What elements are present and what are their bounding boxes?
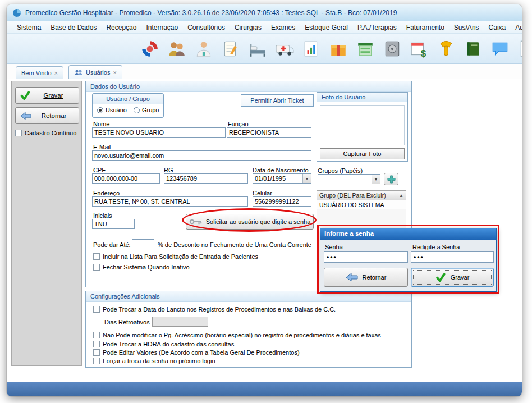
menu-item-internacao[interactable]: Internação (146, 24, 178, 31)
menubar: Sistema Base de Dados Recepção Internaçã… (7, 21, 522, 34)
toolbar-phone-button[interactable] (435, 38, 457, 60)
toolbar-supplies-button[interactable] (328, 38, 349, 60)
menu-item-pa-terapias[interactable]: P.A./Terapias (357, 24, 397, 31)
incluir-lista-row: Incluir na Lista Para Solicitação de Ent… (93, 253, 258, 260)
menu-item-exames[interactable]: Exames (271, 24, 295, 31)
endereco-input[interactable] (92, 196, 248, 207)
toolbar-users-button[interactable] (166, 38, 187, 60)
nao-pode-modificar-row: Não Pode modificar o Pg. Acréscimo (horá… (93, 332, 381, 338)
celular-label: Celular (253, 190, 272, 196)
menu-item-recepcao[interactable]: Recepção (106, 24, 136, 31)
cpf-input[interactable] (92, 173, 160, 184)
redigite-senha-label: Redigite a Senha (412, 244, 460, 250)
chevron-down-icon[interactable]: ▼ (372, 175, 380, 184)
add-group-button[interactable] (384, 173, 398, 185)
menu-item-caixa[interactable]: Caixa (489, 24, 506, 31)
retornar-dialog-label: Retornar (363, 274, 387, 281)
tab-bem-vindo[interactable]: Bem Vindo × (16, 66, 63, 79)
nome-input[interactable] (92, 127, 226, 138)
menu-item-administracao[interactable]: Administração (515, 24, 522, 31)
menu-item-estoque-geral[interactable]: Estoque Geral (305, 24, 348, 31)
menu-item-consultorios[interactable]: Consultórios (187, 24, 225, 31)
incluir-lista-checkbox[interactable] (93, 253, 100, 260)
radio-grupo[interactable]: Grupo (134, 107, 159, 113)
redigite-senha-input[interactable] (411, 251, 494, 263)
email-input[interactable] (92, 150, 311, 161)
cadastro-continuo-row: Cadastro Contínuo (15, 130, 76, 136)
funcao-input[interactable] (227, 127, 311, 138)
fechar-sistema-label: Fechar Sistema Quando Inativo (103, 264, 190, 271)
radio-grupo-control[interactable] (134, 107, 140, 113)
nascimento-combo[interactable]: 01/01/1995 ▼ (253, 173, 311, 184)
capturar-foto-label: Capturar Foto (343, 150, 382, 157)
menu-item-faturamento[interactable]: Faturamento (406, 24, 444, 31)
foto-usuario-groupbox: Foto do Usuário Capturar Foto (317, 92, 408, 162)
forcar-troca-senha-checkbox[interactable] (93, 358, 100, 364)
menu-item-sistema[interactable]: Sistema (17, 24, 41, 31)
toolbar-bed-button[interactable] (247, 38, 268, 60)
doctor-icon (194, 39, 213, 58)
rg-input[interactable] (164, 173, 248, 184)
finance-icon: $ (410, 39, 429, 58)
radio-usuario-control[interactable] (97, 107, 103, 113)
menu-item-base-de-dados[interactable]: Base de Dados (51, 24, 97, 31)
endereco-label: Endereço (93, 190, 120, 196)
celular-input[interactable] (253, 196, 311, 207)
trocar-data-checkbox[interactable] (93, 306, 100, 313)
gravar-dialog-button[interactable]: Gravar (411, 268, 494, 287)
toolbar-refresh-button[interactable] (139, 38, 160, 60)
toolbar-market-button[interactable] (355, 38, 376, 60)
grupos-papeis-value (318, 175, 372, 184)
radio-usuario-label: Usuário (106, 107, 127, 113)
incluir-lista-label: Incluir na Lista Para Solicitação de Ent… (103, 253, 258, 260)
grupo-list-header[interactable]: Grupo (DEL Para Excluir) ▲ (317, 190, 406, 200)
grupo-list-item[interactable]: USUÁRIO DO SISTEMA (317, 200, 406, 209)
gravar-sidebar-button[interactable]: Gravar (15, 87, 79, 104)
toolbar-safe-button[interactable] (382, 38, 403, 60)
chat-icon (490, 39, 510, 58)
sidebar: Gravar Retornar Cadastro Contínuo (11, 81, 82, 366)
desconto-input[interactable] (132, 239, 154, 249)
email-label: E-Mail (93, 144, 111, 150)
grupos-papeis-combo[interactable]: ▼ (318, 174, 380, 184)
trocar-data-label: Pode Trocar a Data do Lancto nos Registr… (103, 306, 336, 313)
toolbar-ambulance-button[interactable] (274, 38, 295, 60)
toolbar-book-button[interactable] (462, 38, 484, 60)
sort-asc-icon: ▲ (399, 193, 403, 198)
retornar-dialog-button[interactable]: Retornar (324, 268, 408, 287)
fechar-sistema-checkbox[interactable] (93, 264, 100, 271)
config-adicionais-title: Configurações Adicionais (86, 291, 411, 302)
editar-valores-checkbox[interactable] (93, 349, 100, 356)
toolbar-chat-button[interactable] (489, 38, 511, 60)
toolbar-list-button[interactable] (516, 38, 522, 60)
capturar-foto-button[interactable]: Capturar Foto (320, 148, 405, 159)
toolbar-doctor-button[interactable] (193, 38, 214, 60)
toolbar-finance-button[interactable]: $ (409, 38, 430, 60)
trocar-hora-checkbox[interactable] (93, 341, 100, 347)
tab-close-icon[interactable]: × (113, 69, 116, 76)
iniciais-label: Iniciais (93, 212, 112, 219)
iniciais-input[interactable] (92, 219, 135, 229)
tab-bem-vindo-label: Bem Vindo (21, 70, 52, 76)
permitir-abrir-ticket-button[interactable]: Permitir Abrir Ticket (241, 94, 314, 107)
toolbar-reports-button[interactable] (301, 38, 322, 60)
retornar-sidebar-button[interactable]: Retornar (15, 107, 79, 124)
nao-pode-modificar-checkbox[interactable] (93, 332, 100, 338)
toolbar-notes-button[interactable] (220, 38, 241, 60)
supplies-icon (329, 39, 348, 58)
dias-retroativos-label: Dias Retroativos : (104, 319, 153, 326)
menu-item-cirurgias[interactable]: Cirurgias (235, 24, 262, 31)
menu-item-sus-ans[interactable]: Sus/Ans (454, 24, 479, 31)
cpf-label: CPF (93, 167, 106, 173)
bed-icon (248, 39, 267, 58)
tab-close-icon[interactable]: × (54, 70, 58, 76)
solicitar-senha-button[interactable]: Solicitar ao usuário que digite a senha (186, 214, 314, 230)
cadastro-continuo-checkbox[interactable] (15, 130, 22, 136)
dias-retroativos-input[interactable] (152, 317, 208, 327)
senha-input[interactable] (324, 251, 408, 263)
tab-usuarios[interactable]: Usuários × (68, 65, 122, 79)
grupo-list: USUÁRIO DO SISTEMA (317, 200, 406, 228)
chevron-down-icon[interactable]: ▼ (302, 174, 311, 183)
grupos-papeis-label: Grupos (Papéis) (318, 167, 363, 174)
radio-usuario[interactable]: Usuário (97, 107, 127, 113)
